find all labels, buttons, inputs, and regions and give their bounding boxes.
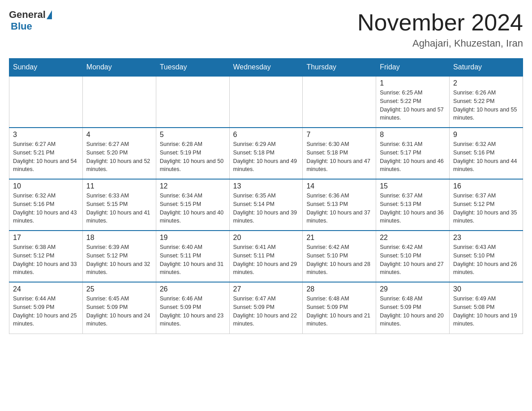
day-number: 4 [86, 131, 152, 139]
day-info: Sunrise: 6:35 AMSunset: 5:14 PMDaylight:… [233, 192, 299, 225]
day-info: Sunrise: 6:44 AMSunset: 5:09 PMDaylight:… [13, 295, 79, 328]
day-number: 12 [160, 182, 226, 190]
calendar-cell: 6Sunrise: 6:29 AMSunset: 5:18 PMDaylight… [229, 128, 303, 179]
calendar-table: Sunday Monday Tuesday Wednesday Thursday… [9, 58, 523, 334]
calendar-cell: 11Sunrise: 6:33 AMSunset: 5:15 PMDayligh… [82, 179, 156, 231]
day-number: 25 [86, 285, 152, 293]
day-info: Sunrise: 6:29 AMSunset: 5:18 PMDaylight:… [233, 140, 299, 174]
day-number: 17 [13, 234, 79, 242]
day-info: Sunrise: 6:40 AMSunset: 5:11 PMDaylight:… [160, 243, 226, 277]
calendar-cell: 7Sunrise: 6:30 AMSunset: 5:18 PMDaylight… [303, 128, 376, 179]
week-row-4: 17Sunrise: 6:38 AMSunset: 5:12 PMDayligh… [9, 231, 523, 282]
day-number: 2 [453, 79, 519, 87]
calendar-cell: 27Sunrise: 6:47 AMSunset: 5:09 PMDayligh… [229, 282, 303, 334]
calendar-cell: 18Sunrise: 6:39 AMSunset: 5:12 PMDayligh… [82, 231, 156, 282]
day-number: 27 [233, 285, 299, 293]
day-info: Sunrise: 6:30 AMSunset: 5:18 PMDaylight:… [306, 140, 372, 174]
day-info: Sunrise: 6:27 AMSunset: 5:20 PMDaylight:… [86, 140, 152, 174]
calendar-cell: 14Sunrise: 6:36 AMSunset: 5:13 PMDayligh… [303, 179, 376, 231]
day-info: Sunrise: 6:33 AMSunset: 5:15 PMDaylight:… [86, 192, 152, 225]
day-info: Sunrise: 6:32 AMSunset: 5:16 PMDaylight:… [13, 192, 79, 225]
week-row-1: 1Sunrise: 6:25 AMSunset: 5:22 PMDaylight… [9, 76, 523, 128]
week-row-5: 24Sunrise: 6:44 AMSunset: 5:09 PMDayligh… [9, 282, 523, 334]
calendar-cell: 10Sunrise: 6:32 AMSunset: 5:16 PMDayligh… [9, 179, 83, 231]
day-info: Sunrise: 6:41 AMSunset: 5:11 PMDaylight:… [233, 243, 299, 277]
calendar-cell [9, 76, 83, 128]
day-info: Sunrise: 6:48 AMSunset: 5:09 PMDaylight:… [306, 295, 372, 328]
calendar-cell: 4Sunrise: 6:27 AMSunset: 5:20 PMDaylight… [82, 128, 156, 179]
day-info: Sunrise: 6:28 AMSunset: 5:19 PMDaylight:… [160, 140, 226, 174]
day-info: Sunrise: 6:37 AMSunset: 5:12 PMDaylight:… [453, 192, 519, 225]
logo: General Blue [9, 9, 52, 32]
calendar-cell [156, 76, 229, 128]
calendar-cell: 13Sunrise: 6:35 AMSunset: 5:14 PMDayligh… [229, 179, 303, 231]
calendar-cell [229, 76, 303, 128]
calendar-cell: 5Sunrise: 6:28 AMSunset: 5:19 PMDaylight… [156, 128, 229, 179]
day-number: 5 [160, 131, 226, 139]
day-info: Sunrise: 6:47 AMSunset: 5:09 PMDaylight:… [233, 295, 299, 328]
logo-general: General [9, 9, 46, 21]
day-number: 20 [233, 234, 299, 242]
calendar-cell: 20Sunrise: 6:41 AMSunset: 5:11 PMDayligh… [229, 231, 303, 282]
day-info: Sunrise: 6:46 AMSunset: 5:09 PMDaylight:… [160, 295, 226, 328]
day-info: Sunrise: 6:37 AMSunset: 5:13 PMDaylight:… [380, 192, 446, 225]
calendar-cell: 23Sunrise: 6:43 AMSunset: 5:10 PMDayligh… [450, 231, 523, 282]
day-number: 8 [380, 131, 446, 139]
day-info: Sunrise: 6:38 AMSunset: 5:12 PMDaylight:… [13, 243, 79, 277]
day-number: 11 [86, 182, 152, 190]
calendar-cell: 25Sunrise: 6:45 AMSunset: 5:09 PMDayligh… [82, 282, 156, 334]
day-info: Sunrise: 6:48 AMSunset: 5:09 PMDaylight:… [380, 295, 446, 328]
header-wednesday: Wednesday [229, 59, 303, 77]
day-number: 26 [160, 285, 226, 293]
calendar-cell: 28Sunrise: 6:48 AMSunset: 5:09 PMDayligh… [303, 282, 376, 334]
calendar-title: November 2024 [357, 9, 523, 36]
day-info: Sunrise: 6:34 AMSunset: 5:15 PMDaylight:… [160, 192, 226, 225]
day-info: Sunrise: 6:27 AMSunset: 5:21 PMDaylight:… [13, 140, 79, 174]
day-info: Sunrise: 6:43 AMSunset: 5:10 PMDaylight:… [453, 243, 519, 277]
day-number: 9 [453, 131, 519, 139]
day-number: 16 [453, 182, 519, 190]
calendar-subtitle: Aghajari, Khuzestan, Iran [357, 38, 523, 49]
logo-triangle-icon [47, 10, 52, 19]
day-number: 14 [306, 182, 372, 190]
calendar-header-row: Sunday Monday Tuesday Wednesday Thursday… [9, 59, 523, 77]
header-monday: Monday [82, 59, 156, 77]
day-number: 15 [380, 182, 446, 190]
calendar-cell: 30Sunrise: 6:49 AMSunset: 5:08 PMDayligh… [450, 282, 523, 334]
day-number: 13 [233, 182, 299, 190]
day-number: 24 [13, 285, 79, 293]
day-info: Sunrise: 6:45 AMSunset: 5:09 PMDaylight:… [86, 295, 152, 328]
day-number: 19 [160, 234, 226, 242]
header-thursday: Thursday [303, 59, 376, 77]
calendar-cell: 15Sunrise: 6:37 AMSunset: 5:13 PMDayligh… [376, 179, 450, 231]
calendar-cell: 29Sunrise: 6:48 AMSunset: 5:09 PMDayligh… [376, 282, 450, 334]
calendar-cell [303, 76, 376, 128]
calendar-cell: 9Sunrise: 6:32 AMSunset: 5:16 PMDaylight… [450, 128, 523, 179]
calendar-cell: 24Sunrise: 6:44 AMSunset: 5:09 PMDayligh… [9, 282, 83, 334]
header-saturday: Saturday [450, 59, 523, 77]
week-row-3: 10Sunrise: 6:32 AMSunset: 5:16 PMDayligh… [9, 179, 523, 231]
header-friday: Friday [376, 59, 450, 77]
calendar-cell: 19Sunrise: 6:40 AMSunset: 5:11 PMDayligh… [156, 231, 229, 282]
calendar-cell: 21Sunrise: 6:42 AMSunset: 5:10 PMDayligh… [303, 231, 376, 282]
day-info: Sunrise: 6:36 AMSunset: 5:13 PMDaylight:… [306, 192, 372, 225]
week-row-2: 3Sunrise: 6:27 AMSunset: 5:21 PMDaylight… [9, 128, 523, 179]
day-number: 6 [233, 131, 299, 139]
page-header: General Blue November 2024 Aghajari, Khu… [9, 9, 523, 49]
day-number: 3 [13, 131, 79, 139]
calendar-cell: 8Sunrise: 6:31 AMSunset: 5:17 PMDaylight… [376, 128, 450, 179]
day-info: Sunrise: 6:42 AMSunset: 5:10 PMDaylight:… [380, 243, 446, 277]
day-number: 7 [306, 131, 372, 139]
logo-blue: Blue [11, 21, 32, 32]
day-number: 28 [306, 285, 372, 293]
header-tuesday: Tuesday [156, 59, 229, 77]
day-number: 10 [13, 182, 79, 190]
day-number: 23 [453, 234, 519, 242]
day-number: 18 [86, 234, 152, 242]
day-number: 29 [380, 285, 446, 293]
day-number: 22 [380, 234, 446, 242]
calendar-cell: 22Sunrise: 6:42 AMSunset: 5:10 PMDayligh… [376, 231, 450, 282]
day-info: Sunrise: 6:26 AMSunset: 5:22 PMDaylight:… [453, 89, 519, 122]
header-sunday: Sunday [9, 59, 83, 77]
day-info: Sunrise: 6:49 AMSunset: 5:08 PMDaylight:… [453, 295, 519, 328]
